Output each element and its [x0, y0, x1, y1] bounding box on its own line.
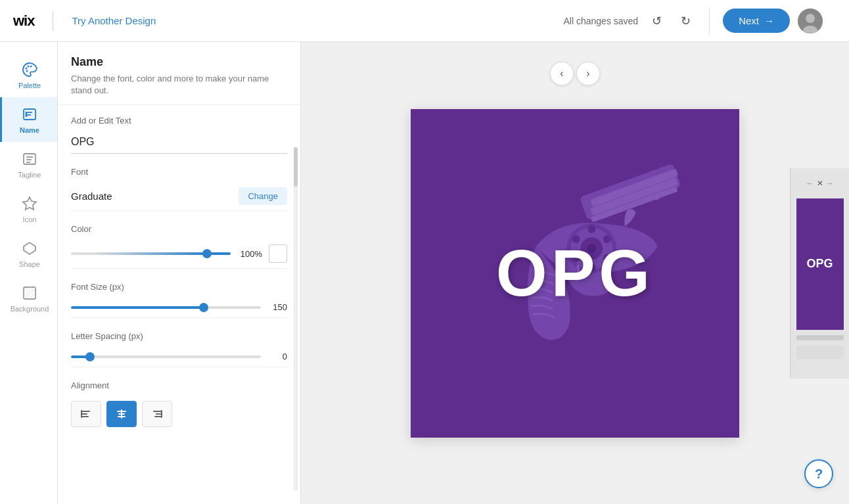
align-center-button[interactable]	[106, 401, 137, 427]
panel-content: Add or Edit Text Font Graduate Change Co…	[58, 105, 300, 456]
name-text-input[interactable]	[71, 131, 287, 154]
canvas-next-button[interactable]: ›	[576, 62, 600, 85]
svg-rect-18	[81, 411, 90, 412]
name-icon	[20, 105, 39, 124]
preview-strip: ← ✕ → OPG	[790, 168, 849, 378]
svg-marker-15	[23, 197, 36, 210]
align-right-icon	[150, 407, 164, 421]
header-logo-divider	[53, 11, 53, 31]
text-field-group: Add or Edit Text	[71, 116, 287, 154]
tagline-icon	[20, 150, 39, 168]
sidebar-item-tagline[interactable]: Tagline	[0, 142, 57, 187]
letter-spacing-field-group: Letter Spacing (px) 0	[71, 331, 287, 367]
change-font-button[interactable]: Change	[239, 187, 287, 205]
color-slider-thumb[interactable]	[202, 249, 212, 258]
next-arrow-icon: →	[764, 15, 774, 26]
letter-spacing-row: 0	[71, 346, 287, 367]
preview-right-icon: ✕	[817, 179, 823, 188]
font-row: Graduate Change	[71, 182, 287, 211]
star-icon	[20, 195, 39, 213]
logo-text: OPG	[496, 235, 654, 311]
all-changes-saved-text: All changes saved	[564, 16, 639, 26]
panel-header: Name Change the font, color and more to …	[58, 42, 300, 105]
next-button[interactable]: Next →	[723, 9, 790, 33]
next-label: Next	[739, 15, 759, 26]
canvas-area: ‹ ›	[301, 42, 849, 504]
preview-bar	[796, 346, 844, 359]
icon-label: Icon	[23, 216, 37, 223]
header-right-divider	[709, 8, 710, 34]
palette-icon	[20, 60, 39, 79]
align-left-button[interactable]	[71, 401, 101, 427]
header: wix Try Another Design All changes saved…	[0, 0, 849, 42]
svg-rect-21	[81, 410, 82, 418]
preview-strip-arrows: ← ✕ →	[806, 179, 834, 188]
name-label: Name	[20, 126, 39, 134]
color-field-group: Color 100%	[71, 224, 287, 269]
sidebar-item-name[interactable]: Name	[0, 97, 57, 142]
svg-point-5	[28, 66, 30, 68]
font-size-slider-thumb[interactable]	[199, 303, 208, 312]
preview-separator	[796, 335, 844, 340]
sidebar-item-background[interactable]: Background	[0, 276, 57, 321]
header-logo-area: wix Try Another Design	[13, 11, 156, 31]
sidebar-item-palette[interactable]: Palette	[0, 53, 57, 97]
palette-label: Palette	[18, 81, 41, 89]
add-edit-text-label: Add or Edit Text	[71, 116, 287, 126]
header-center: All changes saved ↺ ↻ Next →	[156, 8, 836, 34]
help-button[interactable]: ?	[804, 459, 833, 488]
align-center-icon	[115, 407, 128, 421]
font-size-label: Font Size (px)	[71, 282, 287, 292]
font-name-text: Graduate	[71, 191, 112, 202]
panel-scroll-thumb	[294, 147, 298, 187]
sidebar-nav: Palette Name	[0, 42, 58, 504]
letter-spacing-value-text: 0	[267, 352, 287, 361]
panel: Name Change the font, color and more to …	[58, 42, 301, 504]
font-label: Font	[71, 167, 287, 177]
shape-icon	[20, 239, 39, 258]
tagline-label: Tagline	[18, 171, 41, 179]
sidebar-item-shape[interactable]: Shape	[0, 231, 57, 276]
svg-point-3	[26, 70, 28, 72]
undo-button[interactable]: ↺	[646, 11, 667, 32]
background-icon	[20, 284, 39, 302]
user-avatar[interactable]	[798, 9, 823, 34]
shape-label: Shape	[19, 260, 40, 268]
letter-spacing-slider-thumb[interactable]	[85, 352, 95, 361]
canvas-prev-button[interactable]: ‹	[550, 62, 574, 85]
align-right-button[interactable]	[142, 401, 172, 427]
svg-rect-25	[121, 409, 122, 419]
preview-mini-logo: OPG	[796, 198, 844, 330]
color-swatch[interactable]	[269, 244, 287, 263]
svg-rect-26	[153, 411, 162, 412]
svg-point-6	[30, 66, 32, 68]
alignment-label: Alignment	[71, 380, 287, 390]
redo-button[interactable]: ↻	[675, 11, 696, 32]
color-percent-text: 100%	[237, 249, 262, 259]
logo-canvas: OPG	[411, 109, 739, 438]
svg-point-1	[806, 14, 815, 23]
panel-title: Name	[71, 55, 287, 69]
svg-rect-7	[24, 109, 35, 120]
font-field-group: Font Graduate Change	[71, 167, 287, 211]
main-content: Palette Name	[0, 42, 849, 504]
sidebar-item-icon[interactable]: Icon	[0, 187, 57, 231]
font-size-row: 150	[71, 297, 287, 318]
try-another-button[interactable]: Try Another Design	[72, 15, 156, 26]
svg-point-38	[587, 225, 595, 233]
svg-rect-29	[161, 410, 162, 418]
wix-logo: wix	[13, 12, 34, 30]
align-left-icon	[80, 407, 93, 421]
panel-scrollbar[interactable]	[294, 147, 298, 491]
canvas-nav-arrows: ‹ ›	[550, 62, 600, 85]
svg-marker-16	[24, 242, 35, 254]
color-label: Color	[71, 224, 287, 234]
alignment-row	[71, 396, 287, 432]
svg-point-4	[26, 68, 28, 70]
alignment-field-group: Alignment	[71, 380, 287, 432]
panel-description: Change the font, color and more to make …	[71, 73, 287, 97]
color-row: 100%	[71, 239, 287, 269]
letter-spacing-label: Letter Spacing (px)	[71, 331, 287, 341]
font-size-value-text: 150	[267, 302, 287, 312]
preview-expand-icon: →	[826, 179, 834, 188]
